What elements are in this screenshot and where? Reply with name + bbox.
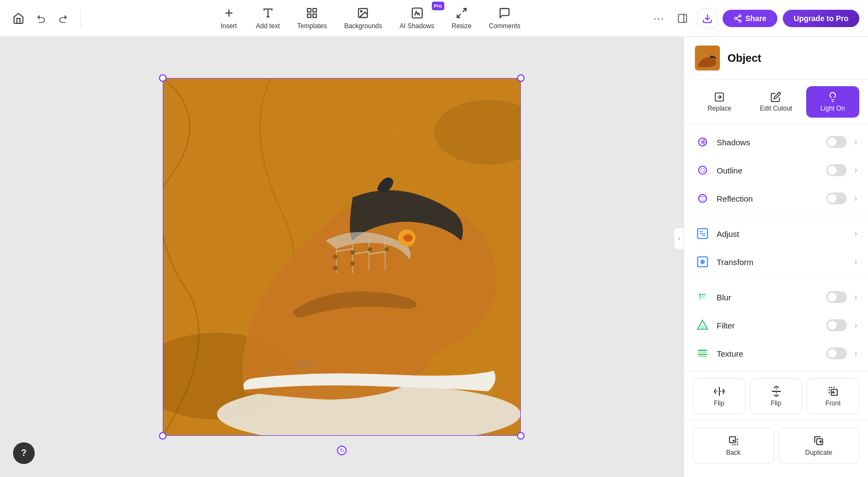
blur-row[interactable]: Blur › <box>684 283 868 311</box>
flip-vertical-icon <box>770 385 782 397</box>
filter-chevron: › <box>854 320 857 330</box>
effects2-section: Blur › Filter › <box>684 280 868 371</box>
handle-top-left[interactable] <box>159 74 167 82</box>
svg-point-16 <box>739 15 741 17</box>
outline-chevron: › <box>854 165 857 175</box>
blur-icon <box>695 289 710 305</box>
light-on-icon <box>827 92 838 102</box>
svg-point-60 <box>704 299 706 301</box>
svg-point-39 <box>350 261 355 266</box>
flip-horizontal-button[interactable]: Flip <box>693 378 745 414</box>
adjust-row[interactable]: Adjust › <box>684 220 868 248</box>
shadows-toggle[interactable] <box>826 136 847 148</box>
reflection-chevron: › <box>854 194 857 203</box>
svg-line-12 <box>457 14 461 17</box>
svg-rect-4 <box>308 8 311 11</box>
svg-rect-5 <box>313 8 316 11</box>
svg-point-37 <box>385 247 389 252</box>
light-on-button[interactable]: Light On <box>806 86 859 118</box>
undo-button[interactable] <box>33 10 50 27</box>
duplicate-button[interactable]: Duplicate <box>778 428 860 463</box>
canvas-inner[interactable]: AIR ↻ <box>163 78 521 436</box>
backgrounds-tool[interactable]: Backgrounds <box>336 4 390 33</box>
filter-icon <box>695 318 710 333</box>
reflection-toggle[interactable] <box>826 192 847 204</box>
replace-button[interactable]: Replace <box>693 86 746 118</box>
transform-chevron: › <box>854 257 857 267</box>
adjust-section: Adjust › Transform › <box>684 216 868 280</box>
blur-toggle[interactable] <box>826 291 847 303</box>
toolbar: Insert Add text Templates <box>0 0 868 37</box>
pro-badge: Pro <box>432 2 444 10</box>
handle-top-right[interactable] <box>517 74 525 82</box>
duplicate-icon <box>813 435 825 447</box>
replace-icon <box>714 92 725 102</box>
home-button[interactable] <box>9 9 28 28</box>
send-back-icon <box>727 435 739 447</box>
edit-cutout-label: Edit Cutout <box>760 105 792 112</box>
edit-cutout-icon <box>770 92 781 102</box>
ai-shadows-tool[interactable]: Pro AI Shadows <box>392 4 442 33</box>
upgrade-button[interactable]: Upgrade to Pro <box>783 10 859 27</box>
add-text-label: Add text <box>256 22 280 30</box>
help-button[interactable]: ? <box>13 442 35 464</box>
svg-point-34 <box>333 255 337 259</box>
filter-toggle[interactable] <box>826 319 847 331</box>
panel-collapse-button[interactable]: › <box>674 228 684 249</box>
svg-point-52 <box>699 294 701 296</box>
templates-tool[interactable]: Templates <box>290 4 335 33</box>
shadows-chevron: › <box>854 137 857 147</box>
shoe-image[interactable]: AIR <box>163 78 521 436</box>
backgrounds-label: Backgrounds <box>344 22 382 30</box>
panel-actions: Replace Edit Cutout Light On <box>684 80 868 125</box>
outline-toggle[interactable] <box>826 164 847 176</box>
filter-row[interactable]: Filter › <box>684 311 868 339</box>
transform-row[interactable]: Transform › <box>684 248 868 276</box>
bring-front-button[interactable]: Front <box>807 378 859 414</box>
blur-chevron: › <box>854 292 857 302</box>
handle-bottom-right[interactable] <box>517 432 525 440</box>
flip-horizontal-icon <box>713 385 725 397</box>
svg-point-45 <box>699 166 707 175</box>
light-on-label: Light On <box>820 105 845 112</box>
download-button[interactable] <box>698 9 717 28</box>
svg-point-18 <box>739 20 741 22</box>
comments-label: Comments <box>489 22 520 30</box>
handle-bottom-left[interactable] <box>159 432 167 440</box>
svg-line-19 <box>737 19 739 21</box>
comments-tool[interactable]: Comments <box>481 4 528 33</box>
outline-icon <box>695 163 710 178</box>
texture-icon <box>695 346 710 361</box>
texture-row[interactable]: Texture › <box>684 339 868 368</box>
edit-cutout-button[interactable]: Edit Cutout <box>749 86 802 118</box>
resize-tool[interactable]: Resize <box>444 4 480 33</box>
more-button[interactable]: ⋯ <box>650 10 667 27</box>
add-text-tool[interactable]: Add text <box>248 4 288 33</box>
svg-point-54 <box>704 294 706 296</box>
reflection-row[interactable]: Reflection › <box>684 184 868 212</box>
flip-vertical-button[interactable]: Flip <box>750 378 802 414</box>
svg-point-9 <box>361 10 362 12</box>
svg-point-57 <box>704 296 706 298</box>
svg-point-58 <box>699 299 701 301</box>
svg-rect-13 <box>678 14 686 22</box>
svg-point-53 <box>701 294 704 296</box>
svg-point-56 <box>701 296 704 298</box>
rotate-handle[interactable]: ↻ <box>337 446 347 455</box>
outline-row[interactable]: Outline › <box>684 156 868 184</box>
svg-rect-6 <box>313 14 316 17</box>
redo-button[interactable] <box>54 10 72 27</box>
insert-tool[interactable]: Insert <box>212 4 246 33</box>
svg-line-11 <box>463 8 466 11</box>
panel-toggle-button[interactable] <box>673 9 692 28</box>
texture-toggle[interactable] <box>826 347 847 359</box>
transform-icon <box>695 254 710 269</box>
adjust-icon <box>695 226 710 241</box>
object-title: Object <box>727 52 761 65</box>
blur-label: Blur <box>717 293 826 302</box>
reflection-label: Reflection <box>717 194 826 203</box>
share-button[interactable]: Share <box>723 10 777 27</box>
right-panel: Object Replace Edit Cutout <box>684 37 868 477</box>
shadows-row[interactable]: Shadows › <box>684 128 868 156</box>
send-back-button[interactable]: Back <box>693 428 774 463</box>
